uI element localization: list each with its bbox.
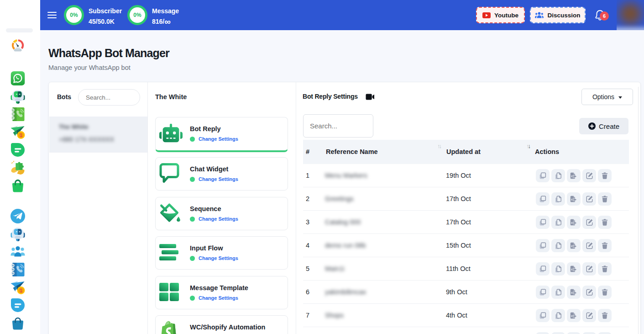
svg-text:1: 1	[20, 288, 22, 293]
svg-text:1: 1	[20, 133, 22, 138]
